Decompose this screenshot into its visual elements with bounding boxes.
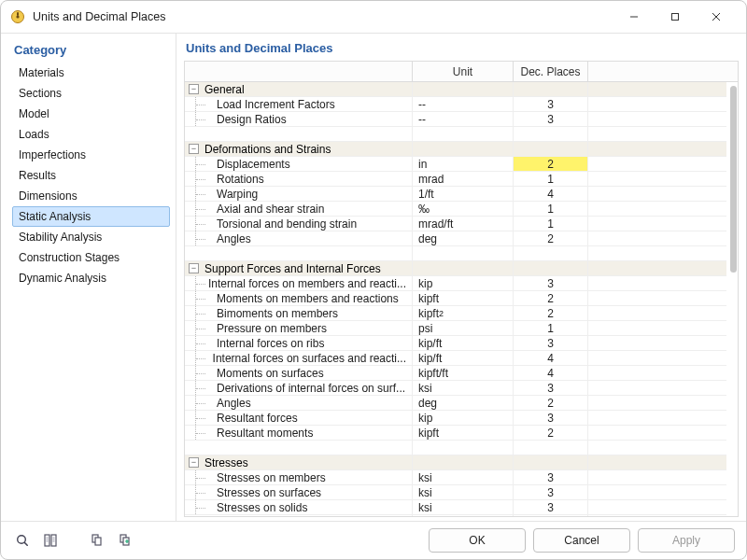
- sidebar-item-results[interactable]: Results: [12, 165, 170, 186]
- sidebar-item-dynamic-analysis[interactable]: Dynamic Analysis: [12, 268, 170, 288]
- profile-manager-button[interactable]: [40, 530, 61, 551]
- column-header-label[interactable]: [185, 62, 413, 82]
- sidebar-item-materials[interactable]: Materials: [12, 63, 170, 83]
- group-header[interactable]: −Support Forces and Internal Forces: [185, 261, 738, 276]
- unit-cell[interactable]: kipft: [413, 291, 514, 306]
- setting-row[interactable]: Pressure on memberspsi1: [185, 321, 738, 336]
- vertical-scrollbar[interactable]: [728, 82, 738, 516]
- sidebar-item-dimensions[interactable]: Dimensions: [12, 186, 170, 206]
- cancel-button[interactable]: Cancel: [533, 528, 630, 553]
- paste-settings-button[interactable]: [115, 530, 135, 551]
- close-button[interactable]: [696, 4, 737, 30]
- setting-row[interactable]: Stresses on solidsksi3: [185, 500, 738, 515]
- dec-cell[interactable]: 4: [514, 187, 588, 202]
- setting-row[interactable]: Axial and shear strain‰1: [185, 202, 738, 217]
- dec-cell[interactable]: 2: [514, 396, 588, 411]
- setting-row[interactable]: Load Increment Factors--3: [185, 97, 738, 112]
- sidebar-item-static-analysis[interactable]: Static Analysis: [12, 206, 170, 227]
- unit-cell[interactable]: kip/ft: [413, 351, 514, 366]
- dec-cell[interactable]: 3: [514, 336, 588, 351]
- group-header[interactable]: −General: [185, 82, 738, 97]
- unit-cell[interactable]: ksi: [413, 500, 514, 515]
- unit-cell[interactable]: mrad: [413, 172, 514, 187]
- unit-cell[interactable]: ksi: [413, 381, 514, 396]
- setting-row[interactable]: Warping1/ft4: [185, 187, 738, 202]
- group-header[interactable]: −Stresses: [185, 455, 738, 470]
- collapse-icon[interactable]: −: [189, 263, 199, 273]
- unit-cell[interactable]: deg: [413, 231, 514, 246]
- setting-row[interactable]: Stresses on membersksi3: [185, 470, 738, 485]
- setting-row[interactable]: Design Ratios--3: [185, 112, 738, 127]
- unit-cell[interactable]: --: [413, 97, 514, 112]
- setting-row[interactable]: Resultant momentskipft2: [185, 426, 738, 441]
- collapse-icon[interactable]: −: [189, 457, 199, 468]
- sidebar-item-construction-stages[interactable]: Construction Stages: [12, 247, 170, 268]
- dec-cell[interactable]: 3: [514, 276, 588, 291]
- dec-cell[interactable]: 3: [514, 411, 588, 426]
- group-header[interactable]: −Deformations and Strains: [185, 142, 738, 157]
- dec-cell[interactable]: 3: [514, 470, 588, 485]
- apply-button[interactable]: Apply: [638, 528, 735, 553]
- dec-cell[interactable]: 2: [514, 426, 588, 441]
- setting-row[interactable]: Anglesdeg2: [185, 396, 738, 411]
- ok-button[interactable]: OK: [429, 528, 526, 553]
- copy-settings-button[interactable]: [87, 530, 107, 551]
- dec-cell[interactable]: 2: [514, 291, 588, 306]
- dec-cell[interactable]: 3: [514, 485, 588, 500]
- dec-cell[interactable]: 4: [514, 351, 588, 366]
- unit-cell[interactable]: kipft/ft: [413, 366, 514, 381]
- scrollbar-thumb[interactable]: [730, 86, 737, 273]
- sidebar-item-sections[interactable]: Sections: [12, 83, 170, 104]
- dec-cell[interactable]: 3: [514, 112, 588, 127]
- dec-cell[interactable]: 1: [514, 172, 588, 187]
- setting-row[interactable]: Moments on members and reactionskipft2: [185, 291, 738, 306]
- dec-cell[interactable]: 2: [514, 306, 588, 321]
- setting-row[interactable]: Moments on surfaceskipft/ft4: [185, 366, 738, 381]
- dec-cell[interactable]: 1: [514, 202, 588, 217]
- help-button[interactable]: [12, 530, 33, 551]
- unit-cell[interactable]: kip/ft: [413, 336, 514, 351]
- sidebar-item-imperfections[interactable]: Imperfections: [12, 145, 170, 165]
- collapse-icon[interactable]: −: [189, 144, 199, 154]
- unit-cell[interactable]: in: [413, 157, 514, 172]
- unit-cell[interactable]: ksi: [413, 485, 514, 500]
- setting-row[interactable]: Stresses on surfacesksi3: [185, 485, 738, 500]
- unit-cell[interactable]: kip: [413, 276, 514, 291]
- unit-cell[interactable]: mrad/ft: [413, 217, 514, 231]
- unit-cell[interactable]: psi: [413, 321, 514, 336]
- unit-cell[interactable]: 1/ft: [413, 187, 514, 202]
- dec-cell[interactable]: 3: [514, 381, 588, 396]
- dec-cell[interactable]: 4: [514, 366, 588, 381]
- dec-cell[interactable]: 3: [514, 97, 588, 112]
- minimize-button[interactable]: [613, 4, 655, 30]
- sidebar-item-stability-analysis[interactable]: Stability Analysis: [12, 227, 170, 247]
- maximize-button[interactable]: [655, 4, 696, 30]
- unit-cell[interactable]: kip: [413, 411, 514, 426]
- column-header-dec[interactable]: Dec. Places: [514, 62, 588, 82]
- unit-cell[interactable]: kipft: [413, 426, 514, 441]
- setting-row[interactable]: Torsional and bending strainmrad/ft1: [185, 217, 738, 231]
- setting-row[interactable]: Resultant forceskip3: [185, 411, 738, 426]
- dec-cell[interactable]: 2: [514, 231, 588, 246]
- unit-cell[interactable]: --: [413, 112, 514, 127]
- setting-row[interactable]: Derivations of internal forces on surf..…: [185, 381, 738, 396]
- sidebar-item-model[interactable]: Model: [12, 104, 170, 124]
- column-header-unit[interactable]: Unit: [413, 62, 514, 82]
- unit-cell[interactable]: kipft2: [413, 306, 514, 321]
- setting-row[interactable]: Internal forces on members and reacti...…: [185, 276, 738, 291]
- dec-cell[interactable]: 1: [514, 217, 588, 231]
- setting-row[interactable]: Bimoments on memberskipft22: [185, 306, 738, 321]
- setting-row[interactable]: Internal forces on ribskip/ft3: [185, 336, 738, 351]
- sidebar-item-loads[interactable]: Loads: [12, 124, 170, 145]
- setting-row[interactable]: Displacementsin2: [185, 157, 738, 172]
- setting-row[interactable]: Rotationsmrad1: [185, 172, 738, 187]
- dec-cell[interactable]: 3: [514, 500, 588, 515]
- unit-cell[interactable]: ksi: [413, 470, 514, 485]
- collapse-icon[interactable]: −: [189, 84, 199, 94]
- dec-cell[interactable]: 2: [514, 157, 588, 172]
- dec-cell[interactable]: 1: [514, 321, 588, 336]
- setting-row[interactable]: Internal forces on surfaces and reacti..…: [185, 351, 738, 366]
- unit-cell[interactable]: deg: [413, 396, 514, 411]
- unit-cell[interactable]: ‰: [413, 202, 514, 217]
- setting-row[interactable]: Anglesdeg2: [185, 231, 738, 246]
